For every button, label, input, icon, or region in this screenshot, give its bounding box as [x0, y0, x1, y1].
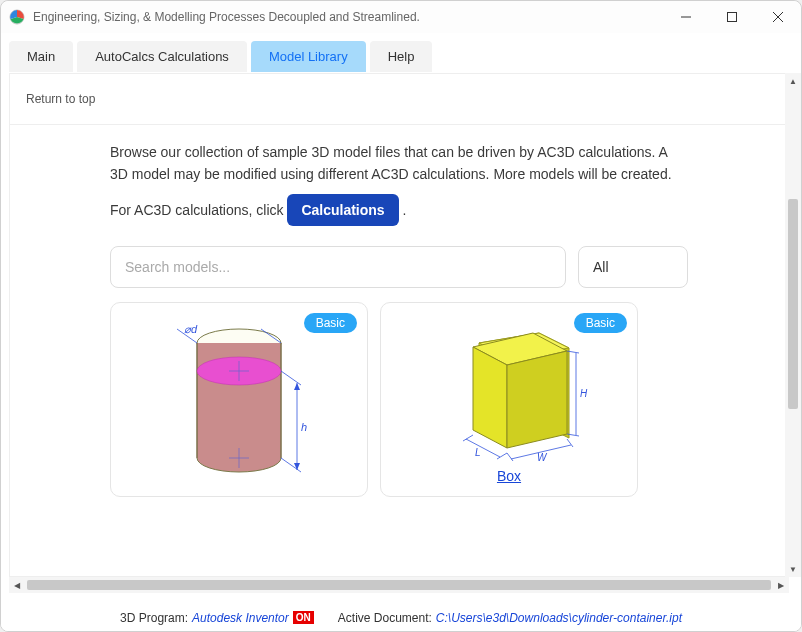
svg-text:⌀d: ⌀d	[184, 323, 198, 335]
minimize-button[interactable]	[663, 1, 709, 33]
status-bar: 3D Program: Autodesk Inventor ON Active …	[1, 603, 801, 631]
vertical-scrollbar[interactable]: ▲ ▼	[785, 73, 801, 577]
program-label: 3D Program:	[120, 611, 188, 625]
app-window: Engineering, Sizing, & Modelling Process…	[0, 0, 802, 632]
maximize-button[interactable]	[709, 1, 755, 33]
window-title: Engineering, Sizing, & Modelling Process…	[33, 10, 663, 24]
calc-suffix: .	[403, 202, 407, 218]
filter-select[interactable]: All	[578, 246, 688, 288]
horizontal-scrollbar[interactable]: ◀ ▶	[9, 577, 789, 593]
tabs-row: Main AutoCalcs Calculations Model Librar…	[1, 33, 801, 72]
svg-text:L: L	[475, 447, 481, 458]
content-viewport: Return to top Browse our collection of s…	[9, 73, 789, 577]
card-title[interactable]: Box	[497, 468, 521, 484]
svg-rect-2	[728, 13, 737, 22]
svg-marker-27	[473, 347, 507, 448]
status-3d-program: 3D Program: Autodesk Inventor ON	[120, 611, 314, 625]
titlebar: Engineering, Sizing, & Modelling Process…	[1, 1, 801, 33]
svg-text:h: h	[301, 421, 307, 433]
search-input[interactable]	[110, 246, 566, 288]
page-description: Browse our collection of sample 3D model…	[10, 125, 788, 194]
scroll-right-arrow[interactable]: ▶	[773, 577, 789, 593]
vscroll-thumb[interactable]	[788, 199, 798, 409]
hscroll-track[interactable]	[25, 577, 773, 593]
calculations-button[interactable]: Calculations	[287, 194, 398, 226]
doc-label: Active Document:	[338, 611, 432, 625]
doc-value[interactable]: C:\Users\e3d\Downloads\cylinder-containe…	[436, 611, 682, 625]
model-card-cylinder[interactable]: Basic	[110, 302, 368, 497]
scroll-left-arrow[interactable]: ◀	[9, 577, 25, 593]
search-row: All	[10, 246, 788, 302]
model-card-box[interactable]: Basic	[380, 302, 638, 497]
svg-text:W: W	[537, 452, 548, 463]
cards-row: Basic	[10, 302, 788, 497]
page: Return to top Browse our collection of s…	[10, 74, 788, 576]
vscroll-track[interactable]	[785, 89, 801, 561]
scroll-up-arrow[interactable]: ▲	[785, 73, 801, 89]
status-active-document: Active Document: C:\Users\e3d\Downloads\…	[338, 611, 682, 625]
calc-prefix: For AC3D calculations, click	[110, 202, 287, 218]
svg-text:H: H	[580, 388, 588, 399]
calc-row: For AC3D calculations, click Calculation…	[10, 194, 788, 246]
client-area: Return to top Browse our collection of s…	[1, 72, 801, 603]
badge-basic: Basic	[574, 313, 627, 333]
svg-marker-28	[507, 351, 567, 448]
tab-main[interactable]: Main	[9, 41, 73, 72]
program-value[interactable]: Autodesk Inventor	[192, 611, 289, 625]
hscroll-thumb[interactable]	[27, 580, 771, 590]
badge-basic: Basic	[304, 313, 357, 333]
svg-marker-19	[294, 463, 300, 470]
scroll-down-arrow[interactable]: ▼	[785, 561, 801, 577]
close-button[interactable]	[755, 1, 801, 33]
app-icon	[9, 9, 25, 25]
return-to-top-link[interactable]: Return to top	[10, 74, 788, 125]
tab-help[interactable]: Help	[370, 41, 433, 72]
window-controls	[663, 1, 801, 33]
program-state-badge: ON	[293, 611, 314, 624]
tab-model-library[interactable]: Model Library	[251, 41, 366, 72]
svg-line-15	[281, 371, 301, 385]
svg-line-33	[507, 453, 513, 461]
tab-autocalcs[interactable]: AutoCalcs Calculations	[77, 41, 247, 72]
